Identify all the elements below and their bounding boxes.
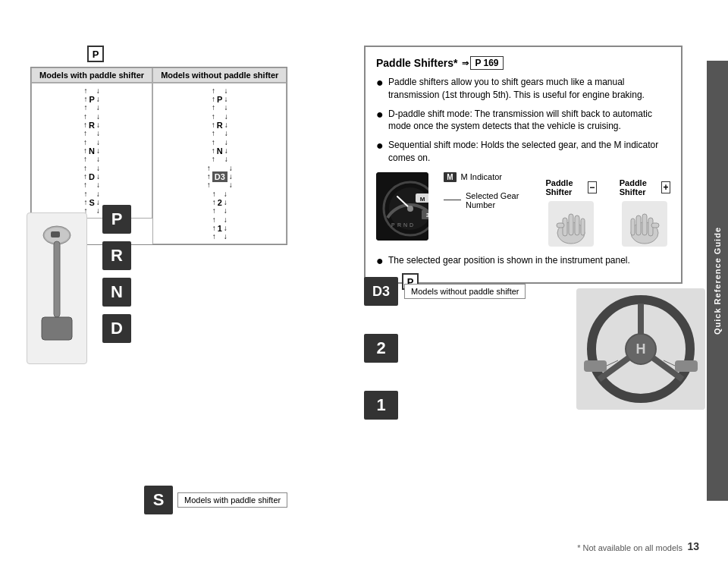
gear-box-1: 1 bbox=[364, 391, 398, 420]
bullet-3: ● Sequential shift mode: Holds the selec… bbox=[376, 139, 670, 165]
svg-point-9 bbox=[407, 206, 413, 212]
gear-row-d-with: ↑↑↑ D ↓↓↓ bbox=[83, 164, 100, 189]
bullet-text-3: Sequential shift mode: Holds the selecte… bbox=[388, 139, 670, 165]
paddle-buttons-area: Paddle Shifter − bbox=[545, 178, 670, 247]
gear-2-area: 2 bbox=[364, 334, 398, 363]
svg-rect-23 bbox=[557, 223, 564, 228]
svg-rect-26 bbox=[642, 214, 647, 235]
gear-1-label: 1 bbox=[218, 224, 222, 233]
m-indicator-label: M Indicator bbox=[461, 172, 502, 181]
arrows-up-col: ↑ ↑ ↑ bbox=[83, 86, 87, 112]
page-reference: ⇒ P 169 bbox=[462, 56, 503, 70]
paddle-shifters-info-box: Paddle Shifters* ⇒ P 169 ● Paddle shifte… bbox=[364, 46, 682, 284]
side-tab: Quick Reference Guide bbox=[707, 61, 728, 501]
paddle-plus-sign: + bbox=[661, 181, 670, 193]
left-hand-svg bbox=[552, 203, 590, 244]
gear-n-label: N bbox=[89, 146, 95, 156]
m-indicator-row: M M Indicator bbox=[444, 172, 530, 182]
paddle-plus-hand-icon bbox=[622, 201, 667, 247]
s-gear-with-label-area: S Models with paddle shifter bbox=[144, 486, 287, 514]
svg-rect-2 bbox=[54, 241, 60, 317]
svg-text:3: 3 bbox=[426, 212, 428, 219]
d3-gear-area: D3 Models without paddle shifter bbox=[364, 277, 526, 306]
shift-col-without-paddle: Models without paddle shifter ↑↑↑ P ↓↓↓ … bbox=[152, 68, 287, 244]
bullet-dot-gear: ● bbox=[376, 255, 384, 267]
gear-row-n-with: ↑↑↑ N ↓↓↓ bbox=[83, 138, 100, 163]
svg-rect-20 bbox=[569, 214, 573, 235]
bullet-dot-1: ● bbox=[376, 77, 384, 102]
gear-row-s-with: ↑↑↑ S ↓↓↓ bbox=[83, 190, 99, 215]
selected-gear-line bbox=[444, 200, 461, 200]
gear-n-without-label: N bbox=[217, 146, 223, 156]
paddle-plus-label: Paddle Shifter + bbox=[620, 178, 670, 197]
steering-wheel-svg: H bbox=[576, 288, 705, 410]
selected-gear-note: ● The selected gear position is shown in… bbox=[376, 254, 670, 267]
svg-rect-29 bbox=[651, 223, 659, 228]
gear-box-r: R bbox=[102, 241, 131, 270]
page-ref-arrow-icon: ⇒ bbox=[462, 58, 469, 68]
right-hand-svg bbox=[626, 203, 664, 244]
gear-r-without-label: R bbox=[217, 121, 223, 130]
col-body-with-paddle: ↑ ↑ ↑ P ↓ ↓ ↓ ↑↑↑ R ↓ bbox=[31, 83, 152, 219]
svg-rect-37 bbox=[584, 360, 607, 372]
indicator-diagram: M 3 P R N D M M Indicator bbox=[376, 172, 670, 247]
paddle-minus-label: Paddle Shifter − bbox=[545, 178, 596, 197]
right-area: Paddle Shifters* ⇒ P 169 ● Paddle shifte… bbox=[364, 46, 705, 531]
svg-text:N: N bbox=[403, 222, 407, 228]
arrows-down-col: ↓ ↓ ↓ bbox=[96, 86, 100, 112]
svg-rect-28 bbox=[631, 219, 635, 235]
page-number: 13 bbox=[687, 540, 699, 552]
gear-box-s: S bbox=[144, 486, 173, 514]
paddle-without-label: Models without paddle shifter bbox=[404, 284, 526, 299]
indicator-labels: M M Indicator Selected Gear Number bbox=[444, 172, 530, 209]
info-box-title: Paddle Shifters* ⇒ P 169 bbox=[376, 56, 670, 70]
svg-text:R: R bbox=[397, 222, 401, 228]
gear-row-r-with: ↑↑↑ R ↓↓↓ bbox=[83, 112, 100, 137]
gear-p-label: P bbox=[89, 95, 94, 104]
gear-r-label: R bbox=[89, 121, 95, 130]
gear-1-area: 1 bbox=[364, 391, 398, 420]
gear-row-p-with: ↑ ↑ ↑ P ↓ ↓ ↓ bbox=[83, 86, 99, 112]
gear-row-n-without: ↑↑↑ N ↓↓↓ bbox=[212, 138, 228, 163]
gear-row-p-without: ↑↑↑ P ↓↓↓ bbox=[212, 86, 228, 112]
bullet-text-2: D-paddle shift mode: The transmission wi… bbox=[388, 108, 670, 134]
bullet-text-1: Paddle shifters allow you to shift gears… bbox=[388, 76, 670, 102]
footer-note: * Not available on all models bbox=[577, 543, 682, 552]
svg-rect-27 bbox=[636, 215, 641, 235]
gear-p-without-label: P bbox=[217, 95, 222, 104]
gear-row-2-without: ↑↑↑ 2 ↓↓↓ bbox=[212, 190, 228, 215]
p-indicator-top: P bbox=[87, 46, 104, 62]
page-ref-number: P 169 bbox=[470, 56, 503, 70]
gear-box-2: 2 bbox=[364, 334, 398, 363]
svg-text:D: D bbox=[410, 222, 413, 228]
steering-wheel-image: H bbox=[576, 288, 705, 410]
svg-text:M: M bbox=[420, 196, 425, 203]
m-box-icon: M bbox=[444, 172, 456, 182]
gear-lever-image bbox=[27, 212, 87, 364]
bullet-dot-3: ● bbox=[376, 140, 384, 165]
gear-s-label: S bbox=[89, 198, 94, 207]
gauge-image: M 3 P R N D bbox=[376, 172, 428, 241]
paddle-minus-item: Paddle Shifter − bbox=[545, 178, 596, 247]
gear-positions-column: P R N D bbox=[102, 205, 131, 343]
gear-2-label: 2 bbox=[218, 198, 222, 207]
gear-diagram-area: P Models with paddle shifter ↑ ↑ ↑ P bbox=[15, 46, 364, 531]
paddle-plus-item: Paddle Shifter + bbox=[620, 178, 670, 247]
svg-rect-4 bbox=[51, 231, 60, 237]
selected-gear-label: Selected Gear Number bbox=[466, 191, 530, 209]
gear-box-d3: D3 bbox=[364, 277, 398, 306]
gear-box-d: D bbox=[102, 314, 131, 343]
paddle-minus-sign: − bbox=[588, 181, 597, 193]
side-tab-label: Quick Reference Guide bbox=[713, 227, 722, 335]
svg-rect-3 bbox=[42, 317, 72, 340]
selected-gear-row: Selected Gear Number bbox=[444, 191, 530, 209]
gear-row-r-without: ↑↑↑ R ↓↓↓ bbox=[212, 112, 228, 137]
bullet-2: ● D-paddle shift mode: The transmission … bbox=[376, 108, 670, 134]
gear-row-d3-without: ↑↑↑ D3 ↓↓↓ bbox=[207, 164, 233, 189]
gear-box-n: N bbox=[102, 278, 131, 307]
col-body-without-paddle: ↑↑↑ P ↓↓↓ ↑↑↑ R ↓↓↓ ↑↑↑ N ↓↓↓ bbox=[152, 83, 287, 244]
gear-d3-label: D3 bbox=[212, 171, 228, 182]
paddle-minus-hand-icon bbox=[548, 201, 594, 247]
selected-gear-note-text: The selected gear position is shown in t… bbox=[388, 254, 630, 267]
lever-svg bbox=[34, 220, 80, 357]
